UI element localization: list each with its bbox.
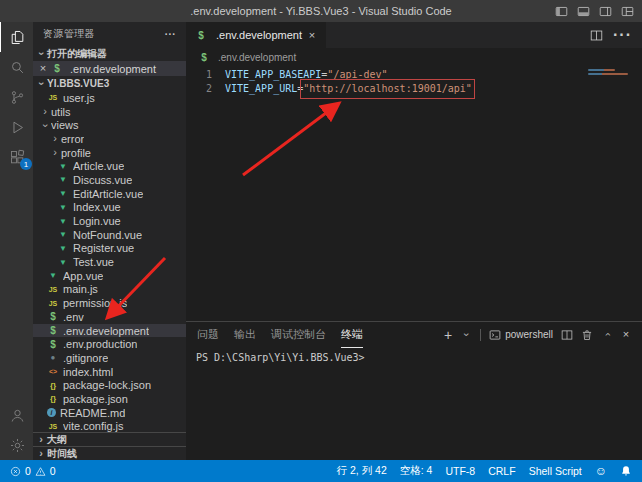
json-file-icon bbox=[47, 380, 59, 391]
explorer-sidebar: 资源管理器 打开的编辑器 .env.development YI.BBS.VUE… bbox=[33, 22, 186, 460]
json-file-icon bbox=[47, 393, 59, 404]
panel-tab-问题[interactable]: 问题 bbox=[197, 322, 219, 348]
more-actions-icon[interactable] bbox=[165, 29, 176, 40]
terminal-shell-item[interactable]: powershell bbox=[489, 329, 553, 341]
tree-item-permission.js[interactable]: permission.js bbox=[33, 296, 186, 310]
tree-item-Test.vue[interactable]: Test.vue bbox=[33, 255, 186, 269]
tree-item-profile[interactable]: profile bbox=[33, 146, 186, 160]
problems-indicator[interactable]: 0 0 bbox=[10, 465, 56, 477]
vue-file-icon bbox=[47, 270, 59, 281]
terminal-prompt: PS D:\CSharp\Yi\Yi.BBS.Vue3> bbox=[196, 352, 365, 363]
vue-file-icon bbox=[57, 202, 69, 213]
panel-tab-终端[interactable]: 终端 bbox=[341, 322, 363, 348]
section-chevron-icon bbox=[36, 48, 47, 60]
kill-terminal-trash-icon[interactable] bbox=[581, 329, 593, 341]
panel-tab-输出[interactable]: 输出 bbox=[234, 322, 256, 348]
tree-item-App.vue[interactable]: App.vue bbox=[33, 269, 186, 283]
file-name: package.json bbox=[63, 393, 128, 405]
language-mode[interactable]: Shell Script bbox=[529, 465, 582, 477]
encoding-setting[interactable]: UTF-8 bbox=[445, 465, 475, 477]
panel-tab-调试控制台[interactable]: 调试控制台 bbox=[271, 322, 326, 348]
js-file-icon bbox=[47, 284, 59, 295]
tree-item-.env[interactable]: .env bbox=[33, 310, 186, 324]
open-editor-file-name: .env.development bbox=[70, 63, 156, 75]
tree-item-user.js[interactable]: user.js bbox=[33, 91, 186, 105]
file-name: package-lock.json bbox=[63, 379, 151, 391]
close-icon[interactable] bbox=[307, 30, 317, 41]
code-editor[interactable]: 1VITE_APP_BASEAPI="/api-dev"2VITE_APP_UR… bbox=[186, 66, 642, 321]
tree-item-README.md[interactable]: README.md bbox=[33, 406, 186, 420]
split-terminal-icon[interactable] bbox=[561, 329, 573, 341]
tree-item-Register.vue[interactable]: Register.vue bbox=[33, 242, 186, 256]
tree-item-Index.vue[interactable]: Index.vue bbox=[33, 201, 186, 215]
sidebar-header-label: 资源管理器 bbox=[43, 27, 95, 41]
eol-setting[interactable]: CRLF bbox=[488, 465, 515, 477]
toggle-sidebar-icon[interactable] bbox=[555, 5, 568, 18]
customize-layout-icon[interactable] bbox=[621, 5, 634, 18]
panel-header: 问题输出调试控制台终端 powershell bbox=[186, 322, 642, 347]
extensions-icon[interactable]: 1 bbox=[0, 142, 34, 172]
tree-item-EditArticle.vue[interactable]: EditArticle.vue bbox=[33, 187, 186, 201]
tree-item-Login.vue[interactable]: Login.vue bbox=[33, 214, 186, 228]
terminal-picker-chevron-icon[interactable] bbox=[461, 329, 472, 341]
file-name: Article.vue bbox=[73, 160, 124, 172]
notifications-bell-icon[interactable] bbox=[620, 465, 632, 477]
minimap[interactable] bbox=[588, 69, 628, 77]
file-name: permission.js bbox=[63, 297, 127, 309]
tree-item-index.html[interactable]: index.html bbox=[33, 365, 186, 379]
folder-chevron-icon bbox=[49, 133, 61, 144]
tree-item-error[interactable]: error bbox=[33, 132, 186, 146]
file-name: profile bbox=[61, 147, 91, 159]
open-editor-item[interactable]: .env.development bbox=[33, 61, 186, 76]
tree-item-vite.config.js[interactable]: vite.config.js bbox=[33, 420, 186, 433]
split-editor-icon[interactable] bbox=[590, 29, 603, 42]
outline-section[interactable]: 大纲 bbox=[33, 432, 186, 446]
toggle-panel-icon[interactable] bbox=[577, 5, 590, 18]
workspace-label: YI.BBS.VUE3 bbox=[47, 78, 109, 89]
file-name: Register.vue bbox=[73, 242, 134, 254]
close-icon[interactable] bbox=[38, 63, 48, 74]
code-line[interactable]: 1VITE_APP_BASEAPI="/api-dev" bbox=[186, 68, 642, 82]
settings-gear-icon[interactable] bbox=[0, 430, 34, 460]
indentation-setting[interactable]: 空格: 4 bbox=[400, 464, 433, 478]
search-icon[interactable] bbox=[0, 52, 34, 82]
error-icon bbox=[10, 466, 21, 477]
close-panel-icon[interactable] bbox=[621, 329, 631, 340]
tree-item-NotFound.vue[interactable]: NotFound.vue bbox=[33, 228, 186, 242]
tree-item-package-lock.json[interactable]: package-lock.json bbox=[33, 378, 186, 392]
new-terminal-icon[interactable] bbox=[444, 328, 452, 342]
maximize-panel-chevron-icon[interactable] bbox=[602, 329, 613, 341]
tree-item-main.js[interactable]: main.js bbox=[33, 283, 186, 297]
line-number: 1 bbox=[186, 68, 212, 82]
breadcrumb[interactable]: .env.development bbox=[186, 48, 642, 66]
open-editors-header[interactable]: 打开的编辑器 bbox=[33, 46, 186, 61]
file-name: NotFound.vue bbox=[73, 229, 142, 241]
cursor-position[interactable]: 行 2, 列 42 bbox=[337, 464, 387, 478]
tree-item-.gitignore[interactable]: .gitignore bbox=[33, 351, 186, 365]
vue-file-icon bbox=[57, 161, 69, 172]
feedback-smiley-icon[interactable] bbox=[595, 464, 607, 478]
shell-file-icon bbox=[47, 325, 59, 336]
layout-controls bbox=[555, 0, 634, 22]
shell-file-icon bbox=[195, 30, 207, 41]
accounts-icon[interactable] bbox=[0, 400, 34, 430]
more-actions-icon[interactable] bbox=[613, 26, 632, 44]
tree-item-.env.production[interactable]: .env.production bbox=[33, 337, 186, 351]
tree-item-Article.vue[interactable]: Article.vue bbox=[33, 159, 186, 173]
tree-item-utils[interactable]: utils bbox=[33, 105, 186, 119]
tree-item-Discuss.vue[interactable]: Discuss.vue bbox=[33, 173, 186, 187]
code-line[interactable]: 2VITE_APP_URL="http://localhost:19001/ap… bbox=[186, 82, 642, 96]
source-control-icon[interactable] bbox=[0, 82, 34, 112]
file-name: .env.production bbox=[63, 338, 137, 350]
timeline-section[interactable]: 时间线 bbox=[33, 446, 186, 460]
tab-env-development[interactable]: .env.development bbox=[186, 22, 326, 48]
terminal[interactable]: PS D:\CSharp\Yi\Yi.BBS.Vue3> bbox=[186, 347, 642, 460]
section-chevron-icon bbox=[35, 448, 47, 459]
tree-item-.env.development[interactable]: .env.development bbox=[33, 324, 186, 338]
toggle-secondary-sidebar-icon[interactable] bbox=[599, 5, 612, 18]
explorer-icon[interactable] bbox=[0, 22, 34, 52]
tree-item-views[interactable]: views bbox=[33, 118, 186, 132]
run-debug-icon[interactable] bbox=[0, 112, 34, 142]
tree-item-package.json[interactable]: package.json bbox=[33, 392, 186, 406]
workspace-header[interactable]: YI.BBS.VUE3 bbox=[33, 76, 186, 91]
